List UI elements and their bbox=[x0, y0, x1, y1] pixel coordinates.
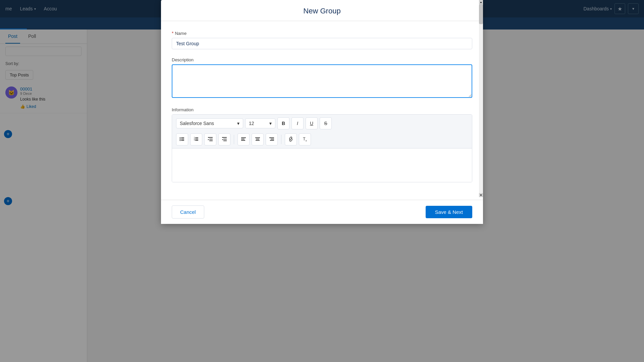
toolbar-row-1: Salesforce Sans ▾ 12 ▾ B bbox=[176, 117, 468, 129]
underline-button[interactable]: U bbox=[306, 117, 318, 129]
svg-rect-15 bbox=[222, 137, 227, 138]
clear-format-button[interactable]: Tx bbox=[299, 133, 311, 145]
indent-decrease-icon bbox=[222, 136, 227, 143]
bold-icon: B bbox=[282, 121, 285, 126]
modal-header: New Group bbox=[161, 0, 483, 21]
indent-decrease-button[interactable] bbox=[218, 133, 230, 145]
cancel-button[interactable]: Cancel bbox=[172, 205, 204, 219]
svg-rect-22 bbox=[256, 139, 259, 139]
size-chevron-icon: ▾ bbox=[269, 121, 272, 126]
toolbar-row-2: 1 2 3 bbox=[176, 133, 468, 145]
bold-button[interactable]: B bbox=[277, 117, 289, 129]
svg-rect-25 bbox=[271, 139, 274, 139]
information-label: Information bbox=[172, 107, 472, 112]
strikethrough-button[interactable]: S bbox=[320, 117, 332, 129]
svg-rect-1 bbox=[181, 139, 184, 139]
description-textarea[interactable] bbox=[172, 64, 472, 98]
ordered-list-button[interactable]: 1 2 3 bbox=[190, 133, 202, 145]
ordered-list-icon: 1 2 3 bbox=[194, 136, 199, 143]
align-left-button[interactable] bbox=[237, 133, 250, 145]
name-input[interactable] bbox=[172, 38, 472, 49]
svg-rect-24 bbox=[269, 137, 274, 138]
modal: New Group ▲ ▼ * Name bbox=[161, 0, 483, 224]
svg-line-27 bbox=[290, 138, 291, 140]
font-family-label: Salesforce Sans bbox=[180, 121, 214, 126]
information-field-group: Information Salesforce Sans ▾ bbox=[172, 107, 472, 182]
clear-format-icon: Tx bbox=[303, 137, 307, 142]
required-star: * bbox=[172, 31, 173, 36]
name-field-group: * Name bbox=[172, 31, 472, 49]
underline-icon: U bbox=[310, 121, 313, 126]
scrollbar-up-button[interactable]: ▲ bbox=[479, 0, 483, 4]
svg-rect-18 bbox=[241, 137, 246, 138]
name-label: * Name bbox=[172, 31, 472, 36]
scrollbar-down-button[interactable]: ▼ bbox=[479, 193, 483, 197]
rich-editor-content[interactable] bbox=[172, 148, 472, 182]
svg-point-5 bbox=[180, 140, 181, 141]
svg-rect-23 bbox=[256, 140, 260, 141]
strikethrough-icon: S bbox=[324, 121, 327, 126]
scrollbar-thumb[interactable] bbox=[479, 4, 483, 24]
save-next-button[interactable]: Save & Next bbox=[426, 206, 472, 218]
toolbar-separator-1 bbox=[234, 135, 234, 144]
rich-toolbar: Salesforce Sans ▾ 12 ▾ B bbox=[172, 115, 472, 148]
align-right-button[interactable] bbox=[266, 133, 278, 145]
italic-button[interactable]: I bbox=[291, 117, 304, 129]
svg-rect-12 bbox=[208, 137, 213, 138]
svg-rect-7 bbox=[195, 139, 198, 139]
font-family-select[interactable]: Salesforce Sans ▾ bbox=[176, 118, 243, 128]
indent-increase-button[interactable] bbox=[204, 133, 216, 145]
svg-rect-19 bbox=[241, 139, 245, 139]
svg-rect-16 bbox=[223, 139, 227, 139]
unordered-list-icon bbox=[179, 136, 185, 143]
rich-editor: Salesforce Sans ▾ 12 ▾ B bbox=[172, 114, 472, 182]
modal-body: * Name Description Information bbox=[161, 21, 483, 200]
link-icon bbox=[288, 136, 293, 143]
modal-scrollbar[interactable]: ▲ ▼ bbox=[479, 0, 483, 197]
scroll-up-icon: ▲ bbox=[480, 1, 482, 4]
svg-rect-21 bbox=[255, 137, 260, 138]
svg-rect-0 bbox=[181, 137, 184, 138]
svg-rect-14 bbox=[209, 140, 213, 141]
svg-point-3 bbox=[180, 137, 181, 138]
svg-rect-26 bbox=[270, 140, 274, 141]
scroll-down-icon: ▼ bbox=[480, 194, 482, 197]
description-field-group: Description bbox=[172, 57, 472, 99]
svg-rect-13 bbox=[209, 139, 213, 139]
modal-title: New Group bbox=[172, 7, 472, 15]
align-center-icon bbox=[255, 136, 260, 143]
align-right-icon bbox=[269, 136, 274, 143]
svg-point-4 bbox=[180, 138, 181, 139]
align-center-button[interactable] bbox=[252, 133, 264, 145]
link-button[interactable] bbox=[285, 133, 297, 145]
font-size-select[interactable]: 12 ▾ bbox=[245, 118, 275, 128]
svg-rect-17 bbox=[223, 140, 227, 141]
unordered-list-button[interactable] bbox=[176, 133, 188, 145]
modal-footer: Cancel Save & Next bbox=[161, 200, 483, 224]
toolbar-separator-2 bbox=[281, 135, 281, 144]
description-label: Description bbox=[172, 57, 472, 62]
font-size-label: 12 bbox=[249, 121, 254, 126]
align-left-icon bbox=[241, 136, 246, 143]
modal-overlay: New Group ▲ ▼ * Name bbox=[0, 0, 644, 362]
svg-rect-6 bbox=[195, 137, 198, 138]
svg-rect-2 bbox=[181, 140, 184, 141]
italic-icon: I bbox=[297, 121, 298, 126]
svg-rect-8 bbox=[195, 140, 198, 141]
scrollbar-track[interactable] bbox=[479, 4, 483, 193]
svg-rect-20 bbox=[241, 140, 245, 141]
svg-text:3: 3 bbox=[194, 139, 195, 141]
font-chevron-icon: ▾ bbox=[237, 121, 239, 126]
indent-increase-icon bbox=[208, 136, 213, 143]
